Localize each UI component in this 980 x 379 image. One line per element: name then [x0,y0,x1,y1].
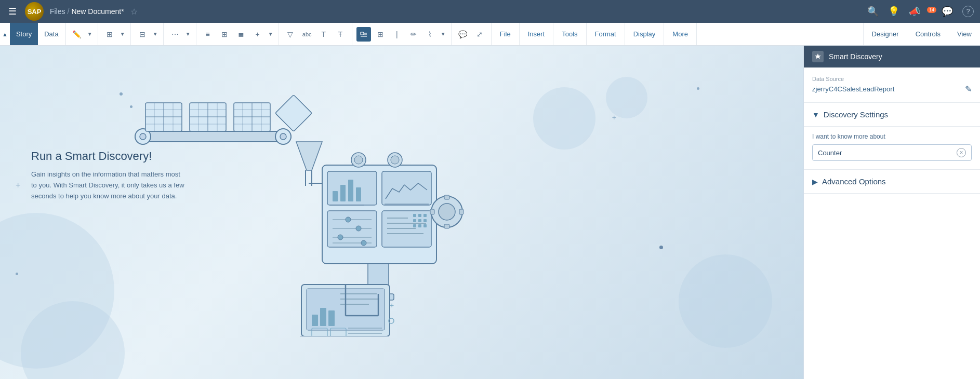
svg-rect-71 [418,219,421,222]
sap-logo: SAP [25,2,44,21]
top-nav-icons: 🔍 💡 📣 14 💬 ? [867,6,974,17]
fullscreen-icon[interactable]: ⤢ [472,27,487,42]
center-icon[interactable]: ≣ [234,27,248,42]
toolbar-section-shapes: ⋯ ▼ [164,23,196,45]
breadcrumb-parent[interactable]: Files [50,7,65,16]
svg-text:+: + [390,301,394,309]
shapes-icon[interactable]: ⋯ [168,27,182,42]
deco-dot-4 [16,273,18,275]
grid-dropdown-icon[interactable]: ▼ [119,27,126,42]
svg-rect-0 [361,32,364,35]
grid-icon[interactable]: ⊞ [102,27,117,42]
toolbar-collapse-btn[interactable]: ▲ [0,23,10,45]
advanced-options-header[interactable]: ▶ Advanced Options [804,170,980,194]
svg-rect-4 [135,131,291,142]
toolbar-menus: File Insert Tools Format Display More [492,23,697,45]
svg-rect-78 [444,195,449,199]
link-dropdown-icon[interactable]: ▼ [440,27,447,42]
tab-view[interactable]: View [949,23,980,45]
svg-rect-49 [356,187,361,201]
right-panel: Smart Discovery Data Source zjerryC4CSal… [803,46,980,379]
tab-data[interactable]: Data [38,23,64,45]
toolbar-section-smart: ⊞ | ✏ ⌇ ▼ [352,23,452,45]
search-icon[interactable]: 🔍 [867,6,879,17]
counter-input-wrapper: × [812,144,972,161]
pencil-icon[interactable]: ✏ [406,27,421,42]
main-area: + + Run a Smart Discovery! Gain insights… [0,46,980,379]
menu-tools[interactable]: Tools [553,23,586,45]
lightbulb-icon[interactable]: 💡 [888,6,899,17]
main-toolbar: ▲ Story Data ✏️ ▼ ⊞ ▼ ⊟ ▼ ⋯ ▼ ≡ ⊞ ≣ + ▼ … [0,23,980,46]
svg-rect-67 [413,214,416,217]
align-dropdown-icon[interactable]: ▼ [152,27,159,42]
abc-icon[interactable]: abc [300,27,314,42]
deco-circle-5 [679,254,772,348]
text2-icon[interactable]: Ŧ [333,27,348,42]
svg-rect-51 [382,171,431,205]
comment-icon[interactable]: 💬 [456,27,470,42]
data-source-section: Data Source zjerryC4CSalesLeadReport ✎ [804,67,980,103]
svg-point-8 [280,133,286,140]
deco-circle-4 [606,77,647,118]
toolbar-section-draw: ✏️ ▼ [65,23,98,45]
draw-dropdown-icon[interactable]: ▼ [86,27,94,42]
svg-rect-93 [320,308,326,326]
advanced-options-chevron: ▶ [812,178,818,186]
hamburger-menu-icon[interactable]: ☰ [6,4,19,19]
datasource-link[interactable]: zjerryC4CSalesLeadReport [812,85,894,93]
breadcrumb-separator: / [68,7,70,16]
conveyor-group [135,95,322,186]
discovery-settings-header[interactable]: ▼ Discovery Settings [804,103,980,127]
chat-icon[interactable]: 💬 [942,6,953,17]
discovery-settings-content: I want to know more about × [804,127,980,170]
menu-format[interactable]: Format [587,23,625,45]
smart-discovery-illustration: + [104,51,468,336]
edit-datasource-icon[interactable]: ✎ [965,84,972,94]
table2-icon[interactable]: ⊞ [373,27,388,42]
draw-tool-icon[interactable]: ✏️ [70,27,84,42]
panel-header: Smart Discovery [804,46,980,67]
svg-point-59 [338,235,343,240]
svg-point-41 [354,156,363,164]
tab-story[interactable]: Story [10,23,38,45]
notification-badge: 14 [927,7,936,13]
svg-rect-53 [327,211,377,247]
svg-point-57 [356,226,361,231]
deco-plus-1: + [16,181,20,190]
menu-display[interactable]: Display [625,23,665,45]
toolbar-section-align: ⊟ ▼ [131,23,164,45]
separator-icon[interactable]: | [390,27,404,42]
machine-body-group [309,153,463,264]
svg-rect-74 [418,224,421,227]
menu-more[interactable]: More [664,23,697,45]
shapes-dropdown-icon[interactable]: ▼ [184,27,192,42]
menu-file[interactable]: File [492,23,520,45]
canvas-area: + + Run a Smart Discovery! Gain insights… [0,46,803,379]
filter-icon[interactable]: ▽ [283,27,298,42]
link-icon[interactable]: ⌇ [423,27,438,42]
smart-discovery-btn[interactable] [356,27,371,42]
align-icon[interactable]: ⊟ [135,27,150,42]
menu-insert[interactable]: Insert [520,23,554,45]
deco-circle-3 [533,87,595,150]
text-icon[interactable]: T [316,27,331,42]
add-icon[interactable]: + [250,27,265,42]
table-icon[interactable]: ⊞ [217,27,232,42]
notification-icon[interactable]: 📣 14 [909,6,932,17]
toolbar-section-view: 💬 ⤢ [452,23,492,45]
clear-counter-btn[interactable]: × [957,148,966,157]
svg-point-55 [346,217,351,222]
svg-rect-46 [333,191,338,201]
right-tabs: Designer Controls View [863,23,980,45]
tab-controls[interactable]: Controls [907,23,949,45]
toolbar-section-filter: ▽ abc T Ŧ [279,23,352,45]
favorite-star-icon[interactable]: ☆ [130,7,138,17]
breadcrumb: Files / New Document* [50,7,124,16]
tab-designer[interactable]: Designer [864,23,907,45]
counter-input[interactable] [818,149,953,157]
add-dropdown-icon[interactable]: ▼ [267,27,274,42]
help-icon[interactable]: ? [962,6,974,17]
align-left-icon[interactable]: ≡ [201,27,215,42]
svg-point-7 [140,133,146,140]
svg-rect-81 [459,209,463,214]
